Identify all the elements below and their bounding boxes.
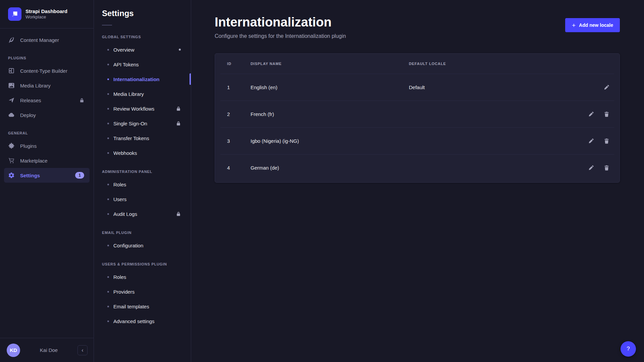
add-new-locale-button[interactable]: + Add new locale bbox=[565, 18, 620, 32]
pencil-icon bbox=[588, 165, 594, 171]
settings-nav: Settings GLOBAL SETTINGS Overview API To… bbox=[94, 0, 191, 362]
cell-display-name: French (fr) bbox=[251, 111, 409, 117]
settings-nav-item-audit-logs[interactable]: Audit Logs bbox=[94, 206, 191, 221]
workspace-subtitle: Workplace bbox=[25, 14, 67, 20]
edit-locale-button[interactable] bbox=[603, 84, 609, 90]
edit-locale-button[interactable] bbox=[588, 111, 594, 117]
sidebar-item-marketplace[interactable]: Marketplace bbox=[4, 153, 90, 168]
collapse-sidebar-button[interactable]: ‹ bbox=[77, 345, 88, 355]
settings-nav-item-review-workflows[interactable]: Review Workflows bbox=[94, 101, 191, 116]
settings-nav-label: Roles bbox=[113, 182, 126, 187]
settings-nav-label: Review Workflows bbox=[113, 106, 154, 112]
sidebar-item-deploy[interactable]: Deploy bbox=[4, 108, 90, 122]
sidebar-item-content-manager[interactable]: Content Manager bbox=[4, 33, 90, 47]
nav-label: Releases bbox=[20, 98, 41, 103]
bullet-icon bbox=[107, 306, 109, 307]
nav-label: Marketplace bbox=[20, 158, 48, 164]
settings-nav-item-overview[interactable]: Overview bbox=[94, 42, 191, 57]
app-sidebar: Strapi Dashboard Workplace Content Manag… bbox=[0, 0, 94, 362]
column-header-id: ID bbox=[227, 62, 251, 66]
settings-nav-label: Advanced settings bbox=[113, 318, 155, 324]
settings-nav-label: API Tokens bbox=[113, 62, 139, 67]
bullet-icon bbox=[107, 213, 109, 215]
settings-nav-item-api-tokens[interactable]: API Tokens bbox=[94, 57, 191, 72]
settings-nav-label: Overview bbox=[113, 47, 135, 53]
settings-nav-item-roles-up[interactable]: Roles bbox=[94, 269, 191, 284]
cart-icon bbox=[8, 157, 15, 164]
cell-id: 1 bbox=[227, 84, 251, 90]
cell-display-name: German (de) bbox=[251, 165, 409, 171]
feather-icon bbox=[8, 37, 15, 43]
section-label-plugins: PLUGINS bbox=[4, 47, 90, 63]
settings-nav-label: Roles bbox=[113, 274, 126, 280]
table-row: 3 Igbo (Nigeria) (ig-NG) bbox=[220, 127, 614, 154]
page-header: Internationalization Configure the setti… bbox=[191, 0, 644, 39]
delete-locale-button[interactable] bbox=[603, 165, 609, 171]
settings-nav-item-configuration[interactable]: Configuration bbox=[94, 238, 191, 253]
add-new-locale-label: Add new locale bbox=[579, 22, 613, 28]
section-label-global-settings: GLOBAL SETTINGS bbox=[94, 25, 191, 42]
gear-icon bbox=[8, 172, 15, 179]
workspace-title: Strapi Dashboard bbox=[25, 8, 67, 15]
section-label-users-permissions-plugin: USERS & PERMISSIONS PLUGIN bbox=[94, 253, 191, 269]
settings-nav-item-roles-admin[interactable]: Roles bbox=[94, 177, 191, 192]
settings-nav-item-email-templates[interactable]: Email templates bbox=[94, 299, 191, 314]
edit-locale-button[interactable] bbox=[588, 138, 594, 144]
sidebar-item-media-library[interactable]: Media Library bbox=[4, 78, 90, 93]
section-label-administration-panel: ADMINISTRATION PANEL bbox=[94, 160, 191, 177]
help-button[interactable]: ? bbox=[621, 341, 636, 357]
settings-nav-item-single-sign-on[interactable]: Single Sign-On bbox=[94, 116, 191, 131]
table-row: 1 English (en) Default bbox=[220, 74, 614, 101]
locales-table-card: ID DISPLAY NAME DEFAULT LOCALE 1 English… bbox=[215, 53, 620, 183]
settings-nav-label: Single Sign-On bbox=[113, 121, 147, 126]
sidebar-item-settings[interactable]: Settings 1 bbox=[4, 168, 90, 183]
nav-label: Deploy bbox=[20, 112, 36, 118]
settings-nav-item-providers[interactable]: Providers bbox=[94, 284, 191, 299]
active-indicator bbox=[190, 73, 191, 85]
main-content: Internationalization Configure the setti… bbox=[191, 0, 644, 362]
bullet-icon bbox=[107, 108, 109, 110]
avatar[interactable]: KD bbox=[7, 344, 20, 357]
lock-icon bbox=[176, 212, 181, 216]
bullet-icon bbox=[107, 198, 109, 200]
edit-locale-button[interactable] bbox=[588, 165, 594, 171]
sidebar-item-releases[interactable]: Releases bbox=[4, 93, 90, 108]
strapi-logo-icon bbox=[8, 7, 21, 21]
user-name: Kai Doe bbox=[25, 347, 73, 353]
puzzle-icon bbox=[8, 142, 15, 149]
sidebar-item-plugins[interactable]: Plugins bbox=[4, 138, 90, 153]
notification-dot-icon bbox=[179, 49, 181, 51]
delete-locale-button[interactable] bbox=[603, 111, 609, 117]
lock-icon bbox=[176, 121, 181, 126]
settings-nav-label: Configuration bbox=[113, 243, 143, 248]
plus-icon: + bbox=[572, 22, 576, 28]
chevron-left-icon: ‹ bbox=[82, 348, 83, 353]
sidebar-item-content-type-builder[interactable]: Content-Type Builder bbox=[4, 63, 90, 78]
delete-locale-button[interactable] bbox=[603, 138, 609, 144]
lock-icon bbox=[79, 98, 84, 103]
settings-nav-item-advanced-settings[interactable]: Advanced settings bbox=[94, 314, 191, 328]
bullet-icon bbox=[107, 245, 109, 246]
settings-nav-item-transfer-tokens[interactable]: Transfer Tokens bbox=[94, 131, 191, 145]
bullet-icon bbox=[107, 184, 109, 185]
pencil-icon bbox=[604, 84, 609, 90]
cell-display-name: Igbo (Nigeria) (ig-NG) bbox=[251, 138, 409, 144]
section-label-email-plugin: EMAIL PLUGIN bbox=[94, 221, 191, 238]
bullet-icon bbox=[107, 320, 109, 322]
settings-nav-label: Users bbox=[113, 196, 126, 202]
settings-notification-badge: 1 bbox=[75, 172, 84, 179]
page-subtitle: Configure the settings for the Internati… bbox=[215, 33, 346, 39]
trash-icon bbox=[604, 165, 609, 171]
bullet-icon bbox=[107, 291, 109, 293]
bullet-icon bbox=[107, 137, 109, 139]
workspace-header[interactable]: Strapi Dashboard Workplace bbox=[0, 0, 94, 28]
nav-label: Plugins bbox=[20, 143, 37, 149]
column-header-display-name: DISPLAY NAME bbox=[251, 62, 409, 66]
settings-nav-item-media-library[interactable]: Media Library bbox=[94, 86, 191, 101]
settings-nav-item-internationalization[interactable]: Internationalization bbox=[94, 72, 191, 86]
bullet-icon bbox=[107, 276, 109, 278]
nav-label: Content-Type Builder bbox=[20, 68, 67, 74]
settings-nav-item-users[interactable]: Users bbox=[94, 192, 191, 206]
paper-plane-icon bbox=[8, 97, 15, 104]
settings-nav-item-webhooks[interactable]: Webhooks bbox=[94, 145, 191, 160]
